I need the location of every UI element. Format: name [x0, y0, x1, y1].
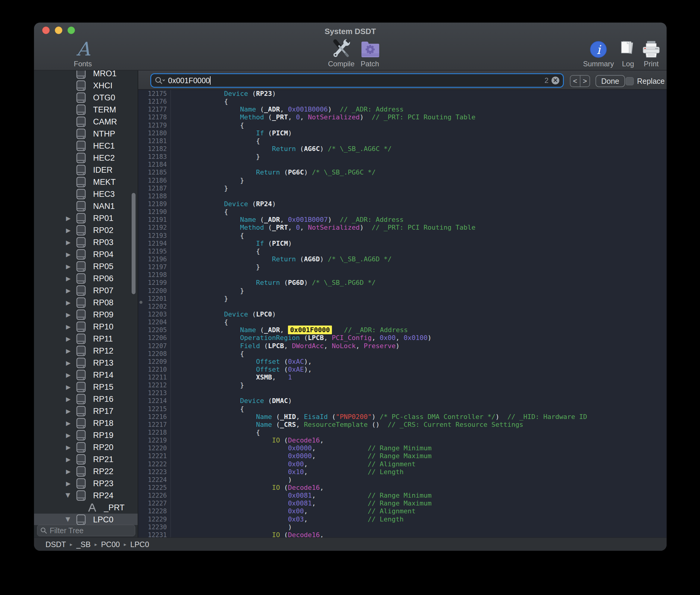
tree-item-RP17[interactable]: ▶RP17 [34, 405, 138, 417]
search-input[interactable]: 0x001F0000 2 ✕ [150, 73, 564, 88]
code-line[interactable]: 12217 Name (_CRS, ResourceTemplate () //… [138, 421, 667, 429]
code-line[interactable]: 12196 Return (AG6D) /* \_SB_.AG6D */ [138, 255, 667, 263]
code-line[interactable]: 12222 0x00, // Alignment [138, 460, 667, 468]
fonts-button[interactable]: A Fonts [74, 38, 92, 68]
tree-item-MEKT[interactable]: MEKT [34, 176, 138, 188]
tree-item-RP11[interactable]: ▶RP11 [34, 333, 138, 345]
tree-item-IDER[interactable]: IDER [34, 164, 138, 176]
disclosure-triangle[interactable]: ▶ [66, 456, 70, 462]
code-line[interactable]: 12214 Device (DMAC) [138, 397, 667, 405]
code-line[interactable]: 12183 } [138, 153, 667, 161]
tree-item-RP04[interactable]: ▶RP04 [34, 248, 138, 260]
disclosure-triangle[interactable]: ▶ [66, 408, 70, 414]
code-line[interactable]: 12210 Offset (0xAE), [138, 366, 667, 373]
tree-item-RP22[interactable]: ▶RP22 [34, 465, 138, 477]
tree-item-RP10[interactable]: ▶RP10 [34, 321, 138, 333]
code-line[interactable]: 12203 Device (LPC0) [138, 310, 667, 318]
tree-item-HEC3[interactable]: HEC3 [34, 188, 138, 200]
code-line[interactable]: 12192 Method (_PRT, 0, NotSerialized) //… [138, 224, 667, 231]
tree-item-RP19[interactable]: ▶RP19 [34, 429, 138, 441]
disclosure-triangle[interactable]: ▶ [66, 227, 70, 233]
code-line[interactable]: 12177 Name (_ADR, 0x001B0006) // _ADR: A… [138, 106, 667, 113]
tree-item-RP13[interactable]: ▶RP13 [34, 357, 138, 369]
disclosure-triangle[interactable]: ▶ [65, 493, 71, 498]
code-line[interactable]: 12189 Device (RP24) [138, 200, 667, 208]
titlebar[interactable]: System DSDT [34, 23, 667, 36]
code-lines[interactable]: 12175 Device (RP23)12176 {12177 Name (_A… [138, 90, 667, 537]
disclosure-triangle[interactable]: ▶ [66, 384, 70, 390]
summary-button[interactable]: i Summary [583, 38, 614, 68]
code-line[interactable]: 12194 If (PICM) [138, 239, 667, 248]
code-line[interactable]: 12190 { [138, 208, 667, 216]
disclosure-triangle[interactable]: ▶ [66, 312, 70, 318]
code-line[interactable]: 12209 Offset (0xAC), [138, 358, 667, 366]
code-line[interactable]: 12205 Name (_ADR, 0x001F0000 // _ADR: Ad… [138, 326, 667, 334]
tree-item-RP08[interactable]: ▶RP08 [34, 296, 138, 309]
code-line[interactable]: 12206 OperationRegion (LPCB, PCI_Config,… [138, 334, 667, 342]
code-line[interactable]: 12216 Name (_HID, EisaId ("PNP0200") /* … [138, 413, 667, 421]
split-handle-dot[interactable] [140, 301, 143, 304]
tree-item-NTHP[interactable]: NTHP [34, 128, 138, 140]
disclosure-triangle[interactable]: ▶ [66, 336, 70, 342]
tree-item-RP15[interactable]: ▶RP15 [34, 381, 138, 393]
tree-item-RP05[interactable]: ▶RP05 [34, 260, 138, 273]
disclosure-triangle[interactable]: ▶ [66, 348, 70, 354]
code-line[interactable]: 12219 IO (Decode16, [138, 436, 667, 444]
disclosure-triangle[interactable]: ▶ [66, 360, 70, 366]
tree-item-RP03[interactable]: ▶RP03 [34, 236, 138, 248]
tree-item-MRO1[interactable]: MRO1 [34, 70, 138, 80]
code-line[interactable]: 12182 Return (AG6C) /* \_SB_.AG6C */ [138, 145, 667, 153]
code-line[interactable]: 12225 IO (Decode16, [138, 484, 667, 491]
code-line[interactable]: 12176 { [138, 98, 667, 106]
clear-search-icon[interactable]: ✕ [551, 77, 559, 84]
code-line[interactable]: 12224 ) [138, 476, 667, 484]
disclosure-triangle[interactable]: ▶ [66, 372, 70, 378]
breadcrumb-item-DSDT[interactable]: DSDT [45, 540, 66, 549]
code-line[interactable]: 12199 Return (PG6D) /* \_SB_.PG6D */ [138, 279, 667, 287]
code-line[interactable]: 12226 0x0081, // Range Minimum [138, 491, 667, 500]
tree-item-RP12[interactable]: ▶RP12 [34, 345, 138, 357]
code-line[interactable]: 12221 0x0000, // Range Maximum [138, 452, 667, 460]
log-button[interactable]: Log [619, 38, 637, 68]
disclosure-triangle[interactable]: ▶ [66, 288, 70, 293]
tree-item-OTG0[interactable]: OTG0 [34, 92, 138, 104]
tree-item-TERM[interactable]: TERM [34, 104, 138, 116]
disclosure-triangle[interactable]: ▶ [66, 324, 70, 330]
disclosure-triangle[interactable]: ▶ [66, 251, 70, 257]
code-line[interactable]: 12207 Field (LPCB, DWordAcc, NoLock, Pre… [138, 342, 667, 350]
tree-item-XHCI[interactable]: XHCI [34, 80, 138, 92]
disclosure-triangle[interactable]: ▶ [66, 420, 70, 426]
code-line[interactable]: 12195 { [138, 248, 667, 255]
code-line[interactable]: 12197 } [138, 263, 667, 271]
code-line[interactable]: 12179 { [138, 121, 667, 129]
find-next-button[interactable]: > [580, 76, 590, 86]
code-line[interactable]: 12218 { [138, 429, 667, 436]
compile-button[interactable]: Compile [328, 38, 355, 68]
code-line[interactable]: 12178 Method (_PRT, 0, NotSerialized) //… [138, 113, 667, 121]
code-line[interactable]: 12213 [138, 389, 667, 397]
disclosure-triangle[interactable]: ▶ [66, 215, 70, 221]
tree-item-RP02[interactable]: ▶RP02 [34, 224, 138, 236]
tree-item-HEC2[interactable]: HEC2 [34, 152, 138, 164]
tree-item-RP23[interactable]: ▶RP23 [34, 477, 138, 489]
tree-item-RP09[interactable]: ▶RP09 [34, 309, 138, 321]
code-line[interactable]: 12220 0x0000, // Range Minimum [138, 444, 667, 452]
tree-item-RP14[interactable]: ▶RP14 [34, 369, 138, 381]
tree-item-RP20[interactable]: ▶RP20 [34, 441, 138, 453]
tree-item-RP07[interactable]: ▶RP07 [34, 285, 138, 296]
code-line[interactable]: 12180 If (PICM) [138, 129, 667, 137]
filter-tree-input[interactable]: Filter Tree [37, 525, 135, 536]
code-line[interactable]: 12212 } [138, 381, 667, 389]
find-previous-button[interactable]: < [571, 76, 580, 86]
tree-item-RP21[interactable]: ▶RP21 [34, 453, 138, 465]
code-line[interactable]: 12198 [138, 271, 667, 279]
sidebar-tree[interactable]: MRO1XHCIOTG0TERMCAMRNTHPHEC1HEC2IDERMEKT… [34, 70, 138, 525]
code-line[interactable]: 12223 0x10, // Length [138, 468, 667, 476]
code-line[interactable]: 12228 0x00, // Alignment [138, 507, 667, 515]
code-line[interactable]: 12185 Return (PG6C) /* \_SB_.PG6C */ [138, 169, 667, 176]
tree-item-_PRT[interactable]: _PRT [34, 502, 138, 514]
tree-item-RP06[interactable]: ▶RP06 [34, 273, 138, 285]
tree-item-CAMR[interactable]: CAMR [34, 116, 138, 128]
code-line[interactable]: 12227 0x0081, // Range Maximum [138, 500, 667, 507]
disclosure-triangle[interactable]: ▶ [66, 469, 70, 475]
